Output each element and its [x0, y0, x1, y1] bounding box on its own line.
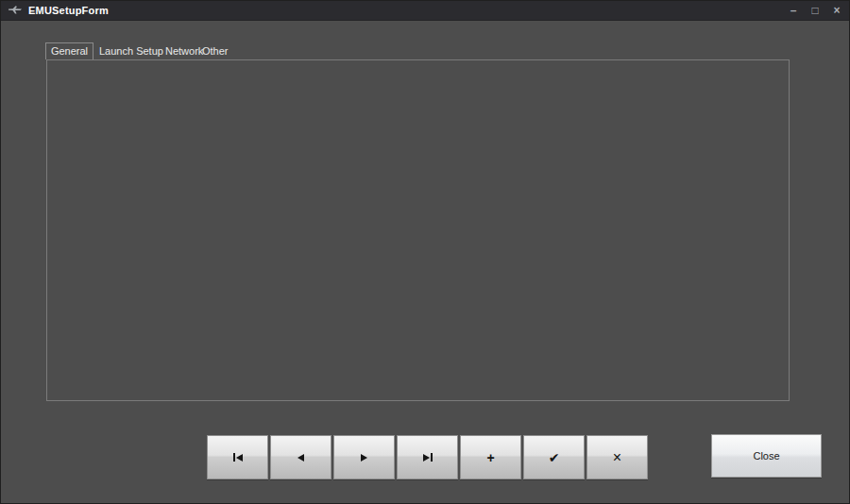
last-record-icon — [423, 454, 430, 462]
close-window-icon[interactable]: × — [830, 1, 843, 21]
tab-general[interactable]: General — [45, 42, 94, 59]
move-previous-button[interactable] — [270, 435, 332, 479]
general-tab-page — [46, 59, 790, 401]
tab-other[interactable]: Other — [202, 43, 229, 59]
first-record-icon — [233, 453, 235, 462]
app-icon — [8, 5, 23, 16]
minimize-icon[interactable]: – — [787, 1, 800, 21]
save-record-button[interactable]: ✔ — [523, 435, 585, 479]
close-button[interactable]: Close — [711, 434, 822, 478]
delete-record-button[interactable]: × — [586, 435, 648, 479]
next-record-icon — [361, 454, 367, 462]
title-bar: EMUSetupForm – □ × — [1, 1, 849, 21]
move-last-button[interactable] — [397, 435, 458, 479]
move-next-button[interactable] — [333, 435, 395, 479]
tab-network[interactable]: Network — [165, 43, 203, 59]
emusetupform-window: EMUSetupForm – □ × General Launch Setup … — [0, 0, 850, 504]
check-commit-icon: ✔ — [549, 451, 560, 464]
move-first-button[interactable] — [207, 435, 268, 479]
add-record-button[interactable]: + — [460, 435, 521, 479]
delete-x-icon: × — [613, 450, 621, 465]
tab-launch-setup[interactable]: Launch Setup — [99, 43, 163, 59]
window-controls: – □ × — [787, 1, 843, 21]
record-navigator: + ✔ × — [207, 435, 648, 479]
maximize-icon[interactable]: □ — [808, 1, 822, 21]
add-icon: + — [486, 451, 494, 464]
previous-record-icon — [298, 454, 304, 462]
window-title: EMUSetupForm — [28, 5, 109, 16]
